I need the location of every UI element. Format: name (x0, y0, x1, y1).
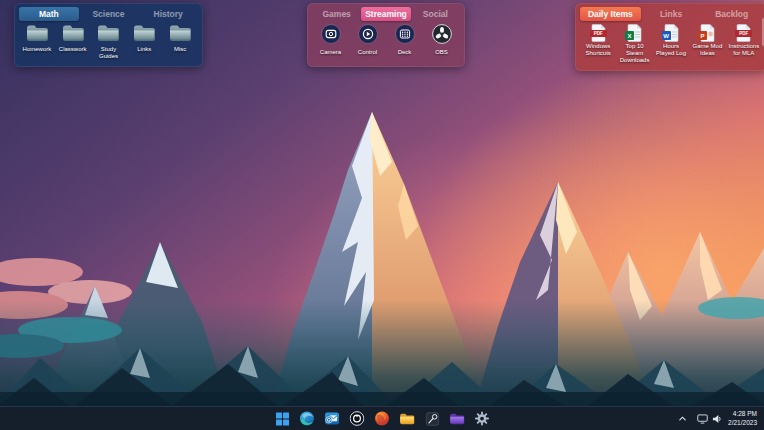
item-label: Top 10 Steam Downloads (617, 43, 652, 65)
deck-icon (395, 24, 415, 48)
fence-school-items: Homework Classwork Study Guides Links Mi… (19, 24, 198, 60)
obs-icon (432, 24, 452, 48)
folder-icon (62, 24, 84, 45)
volume-icon (712, 410, 722, 428)
desktop: Math Science History Homework Classwork … (0, 0, 764, 430)
word-badge: W (662, 31, 671, 40)
desktop-item-hours-played-log[interactable]: W Hours Played Log (653, 24, 689, 65)
item-label: Classwork (59, 46, 87, 53)
tab-math[interactable]: Math (19, 7, 79, 21)
fence-streaming-tabs: Games Streaming Social (312, 7, 460, 21)
word-file-icon: W (664, 24, 679, 42)
desktop-item-links[interactable]: Links (126, 24, 162, 60)
tab-games[interactable]: Games (312, 7, 361, 21)
desktop-item-classwork[interactable]: Classwork (55, 24, 91, 60)
purple-folder-icon[interactable] (449, 410, 466, 427)
control-icon (358, 24, 378, 48)
item-label: Homework (23, 46, 52, 53)
pdf-badge: PDF (735, 30, 752, 37)
fence-school: Math Science History Homework Classwork … (14, 3, 203, 67)
desktop-item-top-10-steam-downloads[interactable]: X Top 10 Steam Downloads (616, 24, 652, 65)
powerpoint-file-icon: P (700, 24, 715, 42)
fence-daily-items-row: PDF Windows Shortcuts X Top 10 Steam Dow… (580, 24, 762, 65)
display-icon (697, 410, 708, 428)
fence-streaming-items: Camera Control Deck OBS (312, 24, 460, 56)
obs-taskbar-icon[interactable] (349, 410, 366, 427)
powerpoint-badge: P (698, 31, 707, 40)
excel-file-icon: X (627, 24, 642, 42)
item-label: Links (137, 46, 151, 53)
game-app-icon[interactable] (424, 410, 441, 427)
fence-daily-tabs: Daily Items Links Backlog (580, 7, 762, 21)
tab-backlog[interactable]: Backlog (701, 7, 762, 21)
desktop-item-misc[interactable]: Misc (162, 24, 198, 60)
pdf-badge: PDF (590, 30, 607, 37)
item-label: Windows Shortcuts (581, 43, 616, 57)
pdf-file-icon: PDF (736, 24, 751, 42)
tab-links[interactable]: Links (641, 7, 702, 21)
item-label: Deck (398, 49, 412, 56)
firefox-icon[interactable] (374, 410, 391, 427)
tray-status-icons[interactable] (697, 410, 722, 428)
outlook-icon[interactable] (324, 410, 341, 427)
item-label: Control (358, 49, 377, 56)
folder-icon (133, 24, 155, 45)
item-label: Game Mod Ideas (690, 43, 725, 57)
tab-history[interactable]: History (138, 7, 198, 21)
desktop-item-camera[interactable]: Camera (312, 24, 349, 56)
folder-icon (97, 24, 119, 45)
desktop-item-windows-shortcuts[interactable]: PDF Windows Shortcuts (580, 24, 616, 65)
fence-daily-items: Daily Items Links Backlog PDF Windows Sh… (575, 3, 764, 71)
camera-icon (321, 24, 341, 48)
fence-school-tabs: Math Science History (19, 7, 198, 21)
item-label: Instructions for MLA (726, 43, 761, 57)
clock-time: 4:28 PM (728, 410, 757, 419)
item-label: Misc (174, 46, 186, 53)
system-tray: 4:28 PM 2/21/2023 (674, 407, 760, 430)
taskbar: 4:28 PM 2/21/2023 (0, 406, 764, 430)
settings-gear-icon[interactable] (474, 410, 491, 427)
desktop-item-game-mod-ideas[interactable]: P Game Mod Ideas (689, 24, 725, 65)
taskbar-clock[interactable]: 4:28 PM 2/21/2023 (728, 410, 760, 428)
fence-streaming: Games Streaming Social Camera Control De… (307, 3, 465, 67)
desktop-item-instructions-for-mla[interactable]: PDF Instructions for MLA (726, 24, 762, 65)
pdf-file-icon: PDF (591, 24, 606, 42)
taskbar-center-icons (274, 407, 491, 430)
item-label: OBS (435, 49, 448, 56)
desktop-item-homework[interactable]: Homework (19, 24, 55, 60)
file-explorer-icon[interactable] (399, 410, 416, 427)
item-label: Camera (320, 49, 341, 56)
tab-daily-items[interactable]: Daily Items (580, 7, 641, 21)
folder-icon (26, 24, 48, 45)
folder-icon (169, 24, 191, 45)
clock-date: 2/21/2023 (728, 419, 757, 428)
desktop-item-control[interactable]: Control (349, 24, 386, 56)
desktop-item-study-guides[interactable]: Study Guides (91, 24, 127, 60)
item-label: Study Guides (91, 46, 126, 60)
excel-badge: X (625, 31, 634, 40)
start-button[interactable] (274, 410, 291, 427)
tab-science[interactable]: Science (79, 7, 139, 21)
edge-icon[interactable] (299, 410, 316, 427)
tab-streaming[interactable]: Streaming (361, 7, 410, 21)
desktop-item-obs[interactable]: OBS (423, 24, 460, 56)
desktop-item-deck[interactable]: Deck (386, 24, 423, 56)
tab-social[interactable]: Social (411, 7, 460, 21)
tray-chevron-up-icon[interactable] (674, 410, 691, 427)
item-label: Hours Played Log (654, 43, 689, 57)
